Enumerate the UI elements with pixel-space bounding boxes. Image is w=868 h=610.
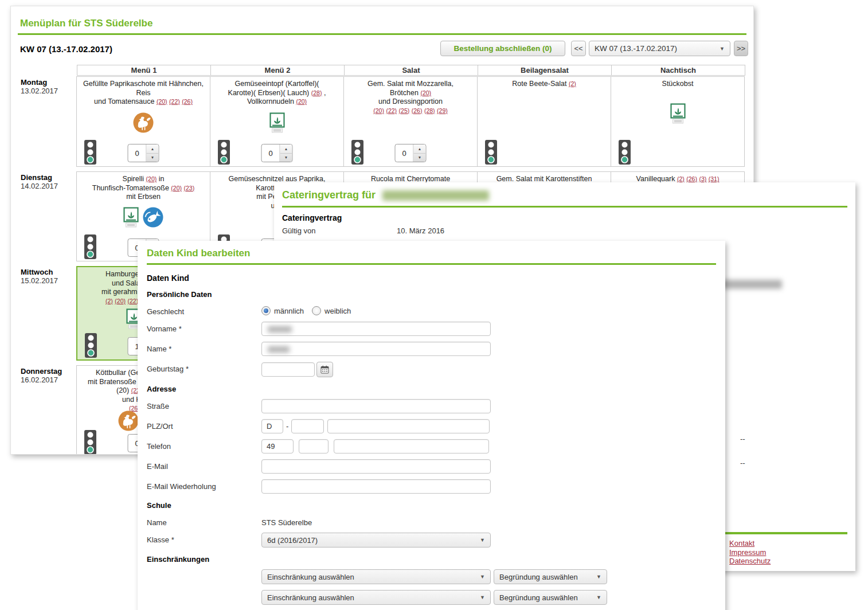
plzort-label: PLZ/Ort: [147, 419, 261, 431]
calendar-icon: [320, 365, 329, 374]
portion-count-spinner[interactable]: 0▲▼: [261, 144, 293, 162]
portion-count-spinner[interactable]: 0▲▼: [395, 144, 427, 162]
einschraenkung-select-2[interactable]: Einschränkung auswählen ▼: [261, 590, 491, 605]
portion-count-spinner[interactable]: 0▲▼: [128, 144, 159, 162]
allergen-link[interactable]: (20): [296, 98, 307, 105]
menu-day-label: Montag13.02.2017: [21, 78, 75, 95]
name-label: Name *: [147, 342, 261, 353]
traffic-light-icon: [351, 140, 363, 165]
impressum-link[interactable]: Impressum: [729, 548, 771, 557]
email-row: E-Mail: [147, 459, 716, 474]
menu-cell: Gefüllte Paprikaschote mit Hähnchen,Reis…: [76, 76, 210, 167]
chicken-icon: [118, 410, 139, 431]
email-wdh-row: E-Mail Wiederholung: [147, 479, 716, 494]
radio-maennlich[interactable]: [261, 306, 271, 315]
allergen-link[interactable]: (22): [169, 98, 180, 105]
allergen-link[interactable]: (20): [115, 298, 126, 304]
contract-section-heading: Cateringvertrag: [282, 213, 342, 222]
geburtstag-input[interactable]: [261, 362, 315, 377]
email-wdh-label: E-Mail Wiederholung: [147, 479, 261, 491]
allergen-link[interactable]: (2): [677, 175, 685, 182]
spinner-up-button[interactable]: ▲: [280, 144, 292, 154]
vorname-input[interactable]: [261, 322, 491, 336]
radio-maennlich-label[interactable]: männlich: [274, 307, 304, 315]
title-divider: [147, 263, 716, 265]
subsection-persoenliche-daten: Persönliche Daten: [147, 290, 716, 299]
plz-country-input[interactable]: [261, 419, 283, 433]
allergen-link[interactable]: (20): [157, 98, 167, 105]
telefon-country-input[interactable]: [261, 439, 294, 453]
menu-day-label: Donnerstag16.02.2017: [21, 367, 75, 384]
klasse-row: Klasse * 6d (2016/2017) ▼: [147, 533, 716, 548]
spinner-up-button[interactable]: ▲: [414, 144, 426, 154]
finish-order-button[interactable]: Bestellung abschließen (0): [440, 41, 565, 56]
menuplan-title: Menüplan für STS Süderelbe: [20, 18, 153, 29]
previous-week-button[interactable]: <<: [571, 41, 586, 56]
traffic-light-icon: [84, 140, 96, 165]
spinner-down-button[interactable]: ▼: [414, 154, 426, 162]
begruendung-select-1[interactable]: Begründung auswählen ▼: [494, 569, 607, 584]
schule-name-label: Name: [147, 515, 261, 527]
allergen-link[interactable]: (20): [171, 185, 182, 191]
edit-child-window: Daten Kind bearbeiten Daten Kind Persönl…: [138, 241, 725, 610]
telefon-vorwahl-input[interactable]: [299, 439, 329, 453]
traffic-light-icon: [84, 430, 96, 455]
column-header: Menü 2: [210, 65, 345, 76]
telefon-nummer-input[interactable]: [334, 439, 489, 453]
allergen-link[interactable]: (3): [699, 175, 706, 182]
title-divider: [18, 33, 746, 35]
chevron-down-icon: ▼: [596, 574, 601, 580]
allergen-link[interactable]: (26): [412, 107, 423, 114]
traffic-light-icon: [619, 140, 631, 165]
allergen-link[interactable]: (20): [146, 175, 157, 182]
section-daten-kind: Daten Kind: [147, 273, 716, 283]
allergen-link[interactable]: (28): [311, 89, 322, 96]
valid-from-label: Gültig von: [282, 226, 316, 235]
allergen-link[interactable]: (22): [386, 107, 397, 114]
allergen-link[interactable]: (26): [686, 175, 697, 182]
next-week-button[interactable]: >>: [734, 41, 748, 56]
einschraenkung-row-1: Einschränkung auswählen ▼ Begründung aus…: [147, 569, 716, 584]
strasse-input[interactable]: [261, 399, 491, 413]
name-row: Name *: [147, 342, 716, 356]
allergen-link[interactable]: (26): [182, 98, 193, 105]
datenschutz-link[interactable]: Datenschutz: [729, 557, 771, 566]
begruendung-select-2[interactable]: Begründung auswählen ▼: [494, 590, 607, 605]
kontakt-link[interactable]: Kontakt: [729, 539, 771, 548]
plz-input[interactable]: [291, 419, 324, 433]
allergen-link[interactable]: (20): [373, 107, 384, 114]
geburtstag-row: Geburtstag *: [147, 362, 716, 377]
gender-label: Geschlecht: [147, 304, 261, 316]
allergen-link[interactable]: (31): [709, 175, 720, 182]
radio-weiblich-label[interactable]: weiblich: [324, 307, 351, 315]
allergen-link[interactable]: (2): [569, 80, 576, 87]
email-input[interactable]: [261, 459, 491, 474]
spinner-down-button[interactable]: ▼: [147, 154, 159, 162]
spinner-up-button[interactable]: ▲: [147, 144, 159, 154]
veggie-icon: [123, 207, 139, 228]
subsection-schule: Schule: [147, 501, 716, 510]
allergen-link[interactable]: (2): [105, 298, 113, 304]
veggie-icon: [670, 103, 686, 124]
email-wdh-input[interactable]: [261, 479, 491, 494]
radio-weiblich[interactable]: [312, 306, 321, 315]
title-divider: [282, 206, 847, 208]
allergen-link[interactable]: (25): [399, 107, 410, 114]
ort-input[interactable]: [327, 419, 490, 433]
allergen-link[interactable]: (23): [184, 185, 195, 191]
allergen-link[interactable]: (20): [420, 89, 431, 96]
allergen-link[interactable]: (29): [437, 107, 448, 114]
allergen-link[interactable]: (28): [424, 107, 435, 114]
week-select[interactable]: KW 07 (13.-17.02.2017) ▼: [589, 41, 730, 56]
einschraenkung-select-1[interactable]: Einschränkung auswählen ▼: [261, 569, 491, 584]
klasse-select[interactable]: 6d (2016/2017) ▼: [261, 533, 491, 548]
allergen-link[interactable]: (22): [128, 298, 139, 304]
calendar-button[interactable]: [316, 362, 333, 377]
contract-title: Cateringvertrag für: [282, 189, 489, 201]
strasse-row: Straße: [147, 399, 716, 413]
menu-cell: Gem. Salat mit Mozzarella,Brötchen (20) …: [343, 76, 478, 167]
spinner-down-button[interactable]: ▼: [280, 154, 292, 162]
name-input[interactable]: [261, 342, 491, 356]
subsection-einschraenkungen: Einschränkungen: [147, 555, 716, 564]
valid-from-value: 10. März 2016: [397, 226, 444, 235]
